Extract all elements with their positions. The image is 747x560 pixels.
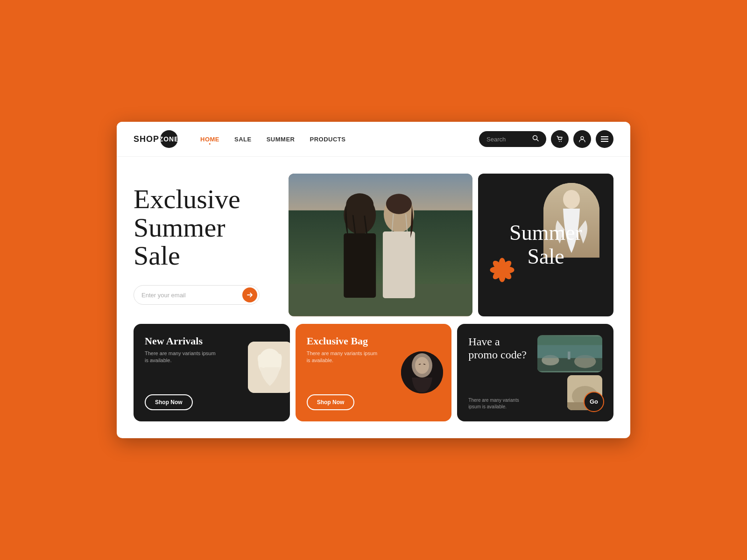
nav-links: HOME SALE SUMMER PRODUCTS [200, 136, 479, 143]
svg-rect-10 [289, 284, 472, 316]
browser-window: SHOP ZONE HOME SALE SUMMER PRODUCTS [117, 122, 630, 438]
hero-grid: Exclusive Summer Sale [134, 174, 613, 316]
svg-line-42 [423, 364, 425, 364]
logo-shop-text: SHOP [134, 134, 159, 144]
promo-desc: There are many variants ipsum is availab… [468, 397, 529, 410]
card2-shop-now-button[interactable]: Shop Now [307, 394, 355, 410]
card2-desc: There are many variants ipsum is availab… [307, 350, 381, 364]
card2-content: Exclusive Bag There are many variants ip… [307, 335, 381, 364]
menu-button[interactable] [596, 130, 613, 148]
svg-point-20 [386, 194, 412, 214]
card2-title: Exclusive Bag [307, 335, 381, 347]
hero-title: Exclusive Summer Sale [134, 185, 283, 271]
svg-rect-9 [289, 210, 472, 293]
search-bar[interactable] [479, 131, 546, 147]
svg-point-22 [563, 190, 580, 209]
promo-code-card: Have a promo code? There are many varian… [457, 324, 613, 421]
email-submit-button[interactable] [242, 287, 257, 302]
search-icon [532, 135, 539, 143]
user-button[interactable] [573, 130, 591, 148]
svg-point-40 [415, 357, 429, 374]
svg-line-41 [419, 364, 421, 364]
card1-content: New Arrivals There are many variants ips… [145, 335, 224, 364]
summer-sale-text: Summer Sale [509, 221, 582, 268]
nav-home[interactable]: HOME [200, 136, 219, 143]
hero-text: Exclusive Summer Sale [134, 174, 283, 316]
search-input[interactable] [486, 136, 529, 143]
cart-button[interactable] [551, 130, 569, 148]
email-input[interactable] [141, 292, 242, 299]
nav-right [479, 130, 613, 148]
card1-title: New Arrivals [145, 335, 224, 347]
email-form[interactable] [134, 285, 260, 305]
svg-point-3 [561, 141, 562, 142]
svg-point-19 [346, 194, 374, 217]
nav-sale[interactable]: SALE [234, 136, 252, 143]
card1-desc: There are many variants ipsum is availab… [145, 350, 219, 364]
promo-text-area: Have a promo code? There are many varian… [468, 335, 533, 410]
new-arrivals-card: New Arrivals There are many variants ips… [134, 324, 290, 421]
svg-rect-48 [568, 351, 571, 359]
svg-line-1 [537, 140, 539, 141]
promo-title: Have a promo code? [468, 335, 529, 362]
exclusive-bag-card: Exclusive Bag There are many variants ip… [296, 324, 452, 421]
svg-rect-16 [383, 231, 415, 298]
go-button[interactable]: Go [584, 392, 604, 412]
svg-point-4 [581, 137, 584, 140]
logo-zone-badge: ZONE [160, 130, 178, 148]
summer-sale-panel: Summer Sale [478, 174, 613, 316]
card1-shop-now-button[interactable]: Shop Now [145, 394, 193, 410]
bottom-cards-grid: New Arrivals There are many variants ips… [134, 324, 613, 421]
navbar: SHOP ZONE HOME SALE SUMMER PRODUCTS [117, 122, 630, 157]
logo: SHOP ZONE [134, 130, 178, 148]
hero-main-image [289, 174, 472, 316]
svg-point-31 [500, 267, 505, 273]
svg-rect-12 [344, 233, 376, 298]
nav-products[interactable]: PRODUCTS [310, 136, 345, 143]
nav-summer[interactable]: SUMMER [267, 136, 295, 143]
main-content: Exclusive Summer Sale [117, 157, 630, 438]
svg-point-2 [559, 141, 560, 142]
